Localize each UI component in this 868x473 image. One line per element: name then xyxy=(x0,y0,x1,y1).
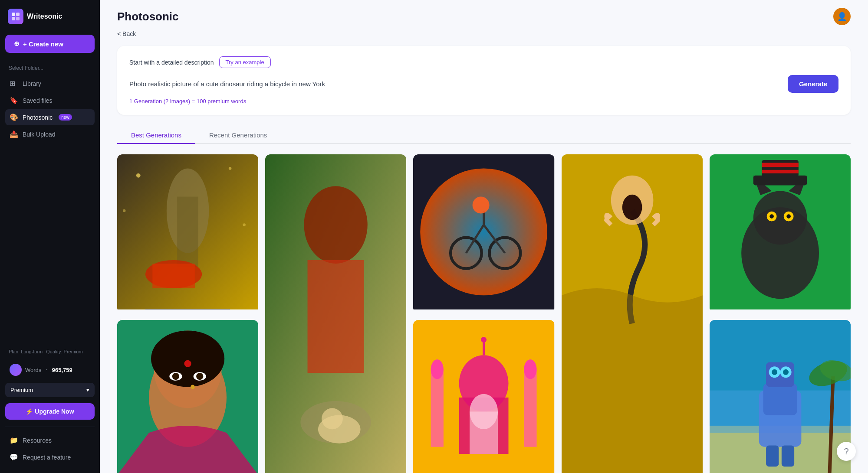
words-row: Words · 965,759 xyxy=(5,360,95,379)
svg-rect-78 xyxy=(766,445,779,466)
premium-label: Premium xyxy=(10,387,33,393)
sidebar-item-resources[interactable]: 📁 Resources xyxy=(5,432,95,448)
page-title: Photosonic xyxy=(117,10,179,23)
svg-rect-38 xyxy=(762,163,799,167)
svg-point-10 xyxy=(136,173,141,178)
upgrade-now-button[interactable]: ⚡ Upgrade Now xyxy=(5,403,95,420)
premium-select[interactable]: Premium ▾ xyxy=(5,383,95,397)
saved-files-icon: 🔖 xyxy=(10,96,18,104)
words-label: Words xyxy=(25,367,41,373)
prompt-header: Start with a detailed description Try an… xyxy=(129,56,838,68)
sidebar: Writesonic ⊕ + Create new Select Folder.… xyxy=(0,0,100,473)
image-item-3[interactable] xyxy=(413,154,554,313)
sidebar-item-photosonic-label: Photosonic xyxy=(23,114,53,121)
sidebar-item-photosonic[interactable]: 🎨 Photosonic new xyxy=(5,109,95,125)
quality-label: Quality: Premium xyxy=(46,349,82,354)
library-icon: ⊞ xyxy=(10,79,18,88)
svg-rect-79 xyxy=(782,445,794,466)
svg-rect-39 xyxy=(762,170,799,173)
sidebar-item-saved-files[interactable]: 🔖 Saved files xyxy=(5,92,95,108)
logo: Writesonic xyxy=(5,7,95,26)
sidebar-bottom: Plan: Long-form Quality: Premium Words ·… xyxy=(5,347,95,466)
sidebar-bottom-links: 📁 Resources 💬 Request a feature xyxy=(5,427,95,465)
sidebar-item-bulk-upload[interactable]: 📤 Bulk Upload xyxy=(5,126,95,142)
svg-point-52 xyxy=(196,373,203,380)
bulk-upload-icon: 📤 xyxy=(10,130,18,138)
svg-rect-16 xyxy=(308,260,364,373)
svg-point-77 xyxy=(783,369,789,375)
svg-point-48 xyxy=(184,360,191,367)
image-item-4[interactable] xyxy=(562,154,703,473)
svg-rect-2 xyxy=(12,17,15,20)
back-link[interactable]: < Back xyxy=(117,30,851,37)
image-item-1[interactable] xyxy=(117,154,258,313)
image-item-10[interactable] xyxy=(710,320,851,473)
svg-point-21 xyxy=(421,169,548,296)
svg-point-42 xyxy=(769,214,774,219)
svg-point-13 xyxy=(243,223,246,226)
svg-point-19 xyxy=(322,408,343,429)
svg-rect-1 xyxy=(16,13,20,16)
photosonic-icon: 🎨 xyxy=(10,113,18,121)
svg-point-53 xyxy=(191,385,195,389)
chevron-down-icon: ▾ xyxy=(86,387,89,393)
svg-point-58 xyxy=(431,359,444,379)
image-item-8[interactable] xyxy=(413,320,554,473)
svg-point-51 xyxy=(172,373,179,380)
tab-best-generations[interactable]: Best Generations xyxy=(117,127,195,144)
svg-point-15 xyxy=(304,186,368,264)
svg-rect-37 xyxy=(762,160,799,177)
logo-text: Writesonic xyxy=(27,13,62,20)
svg-rect-6 xyxy=(177,197,198,267)
svg-point-76 xyxy=(772,369,777,375)
tab-recent-generations[interactable]: Recent Generations xyxy=(195,127,281,144)
svg-rect-8 xyxy=(152,264,195,288)
image-grid xyxy=(117,154,851,473)
svg-point-33 xyxy=(753,191,807,245)
svg-rect-59 xyxy=(524,369,537,447)
svg-point-47 xyxy=(151,330,224,387)
svg-rect-3 xyxy=(16,17,20,20)
content-area: < Back Start with a detailed description… xyxy=(100,30,868,473)
sidebar-item-resources-label: Resources xyxy=(23,437,52,444)
svg-point-64 xyxy=(481,337,487,343)
sidebar-item-saved-files-label: Saved files xyxy=(23,97,52,104)
generate-button[interactable]: Generate xyxy=(788,75,838,93)
sidebar-item-request-feature[interactable]: 💬 Request a feature xyxy=(5,449,95,465)
main-content: Photosonic 👤 < Back Start with a detaile… xyxy=(100,0,868,473)
photosonic-badge: new xyxy=(59,114,72,121)
svg-rect-57 xyxy=(431,369,444,447)
image-item-6[interactable] xyxy=(117,320,258,473)
prompt-description-label: Start with a detailed description xyxy=(129,59,214,66)
help-button[interactable]: ? xyxy=(837,442,856,461)
plus-icon: ⊕ xyxy=(14,40,20,48)
image-item-5[interactable] xyxy=(710,154,851,313)
svg-point-30 xyxy=(622,195,642,220)
svg-point-60 xyxy=(524,359,537,379)
try-example-button[interactable]: Try an example xyxy=(219,56,271,68)
sidebar-item-library-label: Library xyxy=(23,80,41,87)
request-feature-icon: 💬 xyxy=(10,453,18,461)
svg-point-43 xyxy=(786,214,791,219)
user-avatar[interactable]: 👤 xyxy=(833,8,851,25)
plan-label: Plan: Long-form xyxy=(9,349,43,354)
plan-info: Plan: Long-form Quality: Premium xyxy=(5,347,95,356)
sidebar-item-library[interactable]: ⊞ Library xyxy=(5,75,95,91)
top-bar: Photosonic 👤 xyxy=(100,0,868,30)
create-new-button[interactable]: ⊕ + Create new xyxy=(5,35,95,53)
svg-rect-36 xyxy=(753,176,807,186)
select-folder-label: Select Folder... xyxy=(5,63,95,73)
tabs-row: Best Generations Recent Generations xyxy=(117,127,851,144)
svg-rect-0 xyxy=(12,13,15,16)
prompt-meta: 1 Generation (2 images) = 100 premium wo… xyxy=(129,98,838,104)
help-icon: ? xyxy=(844,447,848,457)
image-item-2[interactable] xyxy=(265,154,406,473)
prompt-input-row: Generate xyxy=(129,75,838,93)
sidebar-item-request-feature-label: Request a feature xyxy=(23,454,71,461)
words-count: 965,759 xyxy=(52,367,72,373)
prompt-input[interactable] xyxy=(129,80,783,88)
svg-point-27 xyxy=(473,197,490,214)
svg-rect-72 xyxy=(763,383,797,415)
words-avatar xyxy=(10,364,22,376)
prompt-card: Start with a detailed description Try an… xyxy=(117,46,851,115)
